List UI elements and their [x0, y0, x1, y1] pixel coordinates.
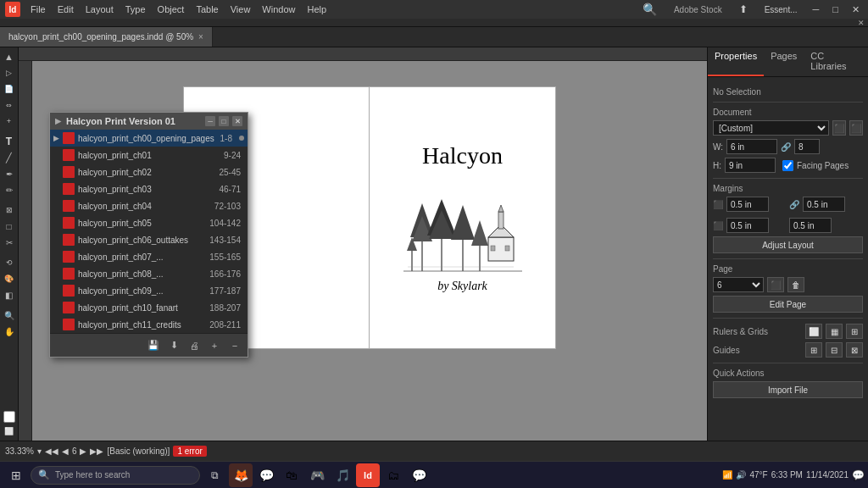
page-tool[interactable]: 📄: [2, 81, 17, 97]
line-tool[interactable]: ╱: [2, 150, 17, 165]
scissors-tool[interactable]: ✂: [2, 235, 17, 250]
sync-btn[interactable]: ⬇: [166, 338, 181, 353]
margin-top-input[interactable]: [726, 197, 769, 212]
cols-input[interactable]: [794, 139, 820, 154]
type-tool[interactable]: T: [2, 134, 17, 149]
color-theme-tool[interactable]: 🎨: [2, 271, 17, 286]
doc-icon-1[interactable]: ⬛: [832, 120, 846, 136]
margin-left-input[interactable]: [789, 218, 832, 233]
print-btn[interactable]: 🖨: [186, 338, 202, 353]
taskbar-indesign[interactable]: Id: [356, 463, 380, 487]
essentials-label[interactable]: Essent...: [760, 5, 803, 14]
panel-min-btn[interactable]: ─: [205, 116, 215, 126]
book-item-ch11[interactable]: ▶ halcyon_print_ch11_credits 208-211: [50, 316, 248, 333]
add-doc-btn[interactable]: +: [207, 338, 222, 353]
menu-object[interactable]: Object: [153, 4, 190, 14]
minimize-btn[interactable]: ─: [810, 4, 823, 14]
margin-bottom-input[interactable]: [726, 218, 769, 233]
width-input[interactable]: [726, 139, 777, 154]
rulers-btn-3[interactable]: ⊞: [846, 324, 863, 339]
adjust-layout-btn[interactable]: Adjust Layout: [713, 236, 863, 253]
import-file-btn[interactable]: Import File: [713, 381, 863, 398]
edit-page-btn[interactable]: Edit Page: [713, 296, 863, 313]
doc-icon-2[interactable]: ⬛: [849, 120, 863, 136]
book-item-ch00[interactable]: ▶ halcyon_print_ch00_opening_pages 1-8: [50, 130, 248, 147]
guides-btn-2[interactable]: ⊟: [826, 342, 843, 358]
zoom-dropdown[interactable]: ▾: [37, 446, 42, 456]
rulers-btn-1[interactable]: ⬜: [805, 324, 822, 339]
search-icon[interactable]: 🔍: [637, 3, 662, 16]
start-btn[interactable]: ⊞: [3, 463, 29, 488]
rect-frame-tool[interactable]: ⊠: [2, 202, 17, 218]
book-item-ch08[interactable]: ▶ halcyon_print_ch08_... 166-176: [50, 265, 248, 282]
taskbar-msg[interactable]: 💬: [407, 463, 431, 487]
view-mode[interactable]: ⬜: [2, 424, 17, 439]
taskbar-chat[interactable]: 💬: [254, 463, 278, 487]
next-page-btn[interactable]: ▶▶: [90, 446, 103, 456]
page-icon-btn-1[interactable]: ⬛: [767, 277, 784, 292]
task-view-btn[interactable]: ⧉: [202, 463, 227, 488]
taskbar-firefox[interactable]: 🦊: [229, 463, 253, 487]
zoom-tool[interactable]: 🔍: [2, 308, 17, 323]
book-item-ch07[interactable]: ▶ halcyon_print_ch07_... 155-165: [50, 248, 248, 265]
menu-type[interactable]: Type: [120, 4, 151, 14]
book-item-ch01[interactable]: ▶ halcyon_print_ch01 9-24: [50, 147, 248, 164]
tab-cc-libraries[interactable]: CC Libraries: [804, 47, 868, 76]
margin-right-input[interactable]: [803, 197, 845, 212]
prev-page-btn[interactable]: ◀◀: [45, 446, 58, 456]
hand-tool[interactable]: ✋: [2, 324, 17, 339]
share-icon[interactable]: ⬆: [734, 3, 753, 15]
panel-max-btn[interactable]: □: [219, 116, 229, 126]
pen-tool[interactable]: ✒: [2, 166, 17, 181]
book-item-ch06[interactable]: ▶ halcyon_print_ch06_outtakes 143-154: [50, 231, 248, 248]
tab-pages[interactable]: Pages: [764, 47, 804, 76]
rect-tool[interactable]: □: [2, 219, 17, 234]
taskbar-store[interactable]: 🛍: [280, 463, 303, 487]
taskbar-spotify[interactable]: 🎵: [331, 463, 354, 487]
rulers-btn-2[interactable]: ▦: [826, 324, 843, 339]
guides-btn-3[interactable]: ⊠: [846, 342, 863, 358]
menu-window[interactable]: Window: [257, 4, 300, 14]
book-item-ch10[interactable]: ▶ halcyon_print_ch10_fanart 188-207: [50, 299, 248, 316]
next-btn[interactable]: ▶: [80, 446, 86, 456]
book-item-ch03[interactable]: ▶ halcyon_print_ch03 46-71: [50, 180, 248, 197]
free-transform-tool[interactable]: ⟲: [2, 255, 17, 270]
panel-close-btn[interactable]: ✕: [232, 116, 242, 126]
tab-close-icon[interactable]: ×: [198, 32, 203, 42]
taskbar-explorer[interactable]: 🗂: [381, 463, 405, 487]
menu-help[interactable]: Help: [302, 4, 331, 14]
panel-close-x[interactable]: ✕: [858, 19, 865, 27]
page-icon-btn-2[interactable]: 🗑: [787, 277, 804, 292]
close-btn[interactable]: ✕: [849, 4, 863, 15]
book-item-ch09[interactable]: ▶ halcyon_print_ch09_... 177-187: [50, 282, 248, 299]
preset-select[interactable]: [Custom]: [713, 120, 829, 136]
tab-properties[interactable]: Properties: [708, 47, 764, 76]
save-btn[interactable]: 💾: [146, 338, 161, 353]
facing-pages-checkbox[interactable]: [782, 160, 793, 171]
restore-btn[interactable]: □: [829, 4, 842, 14]
menu-file[interactable]: File: [25, 4, 51, 14]
guides-btn-1[interactable]: ⊞: [805, 342, 822, 358]
pencil-tool[interactable]: ✏: [2, 182, 17, 197]
active-tab[interactable]: halcyon_print_ch00_opening_pages.indd @ …: [0, 27, 213, 47]
book-item-ch05[interactable]: ▶ halcyon_print_ch05 104-142: [50, 214, 248, 231]
menu-layout[interactable]: Layout: [81, 4, 119, 14]
content-collector[interactable]: +: [2, 114, 17, 129]
remove-doc-btn[interactable]: −: [227, 338, 242, 353]
canvas-inner[interactable]: Halcyon: [32, 61, 707, 441]
taskbar-xbox[interactable]: 🎮: [305, 463, 329, 487]
book-item-ch04[interactable]: ▶ halcyon_print_ch04 72-103: [50, 197, 248, 214]
prev-btn[interactable]: ◀: [62, 446, 69, 456]
gap-tool[interactable]: ⇔: [2, 97, 17, 113]
gradient-tool[interactable]: ◧: [2, 287, 17, 302]
menu-edit[interactable]: Edit: [53, 4, 79, 14]
menu-view[interactable]: View: [225, 4, 256, 14]
select-tool[interactable]: ▲: [2, 49, 17, 64]
height-input[interactable]: [725, 158, 776, 173]
page-select[interactable]: 6: [713, 277, 764, 292]
direct-select-tool[interactable]: ▷: [2, 65, 17, 80]
error-badge[interactable]: 1 error: [173, 446, 206, 457]
menu-table[interactable]: Table: [191, 4, 223, 14]
book-item-ch02[interactable]: ▶ halcyon_print_ch02 25-45: [50, 164, 248, 180]
notification-icon[interactable]: 💬: [852, 469, 865, 481]
